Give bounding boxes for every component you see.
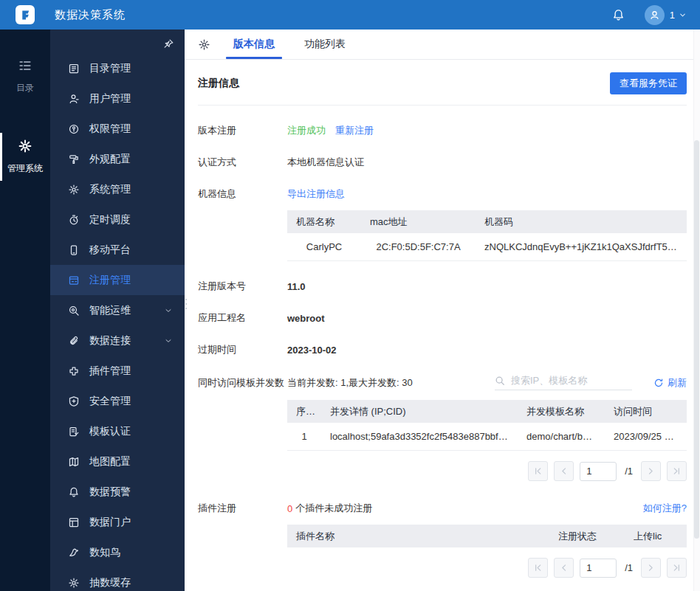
portal-icon — [68, 516, 80, 528]
prev-page-button[interactable] — [554, 461, 574, 481]
field-version-registration: 版本注册 注册成功 重新注册 — [198, 124, 687, 137]
catalog-icon — [68, 63, 80, 75]
sidebar-item-security-mgmt[interactable]: 安全管理 — [50, 386, 185, 416]
sidebar-item-label: 地图配置 — [89, 455, 131, 469]
next-page-button[interactable] — [641, 461, 661, 481]
field-label: 机器信息 — [198, 187, 287, 201]
sidebar-item-label: 注册管理 — [89, 274, 131, 287]
last-page-button[interactable] — [667, 558, 687, 578]
first-page-button[interactable] — [528, 461, 548, 481]
field-label: 过期时间 — [198, 343, 287, 356]
next-page-button[interactable] — [641, 558, 661, 578]
sidebar-item-data-connection[interactable]: 数据连接 — [50, 325, 185, 356]
export-registration-link[interactable]: 导出注册信息 — [287, 187, 345, 201]
plugin-icon — [68, 365, 80, 377]
tab-bar: 版本信息 功能列表 — [185, 30, 700, 60]
sidebar-item-registration-mgmt[interactable]: 注册管理 — [50, 265, 185, 295]
chevron-down-icon — [164, 306, 173, 315]
plugin-fail-text: 个插件未成功注册 — [295, 502, 372, 515]
logo-f-icon — [20, 10, 31, 21]
sidebar-item-appearance-config[interactable]: 外观配置 — [50, 144, 185, 174]
bell-icon[interactable] — [611, 8, 625, 22]
first-page-button[interactable] — [528, 558, 548, 578]
sidebar-item-system-mgmt[interactable]: 系统管理 — [50, 174, 185, 204]
sidebar-menu: 目录管理 用户管理 权限管理 外观配置 系统管理 — [50, 53, 185, 591]
scrollbar-thumb[interactable] — [694, 140, 699, 539]
refresh-link[interactable]: 刷新 — [653, 376, 687, 390]
field-value: webroot — [287, 313, 325, 324]
detail-cell: localhost;59afa3d3352fc2f5483e887bbf951e… — [321, 431, 518, 442]
sidebar-item-map-config[interactable]: 地图配置 — [50, 446, 185, 477]
divider — [198, 105, 687, 106]
sidebar-item-data-cache[interactable]: 抽数缓存 — [50, 567, 185, 591]
map-icon — [68, 456, 80, 468]
sidebar-item-label: 系统管理 — [89, 183, 131, 196]
sidebar-item-mobile-platform[interactable]: 移动平台 — [50, 235, 185, 265]
reregister-link[interactable]: 重新注册 — [335, 124, 374, 137]
topbar: 数据决策系统 1 — [0, 0, 700, 30]
search-input[interactable] — [511, 375, 632, 386]
how-to-register-link[interactable]: 如何注册? — [643, 502, 687, 515]
plugin-table: 插件名称 注册状态 上传lic — [287, 525, 687, 547]
vertical-scrollbar — [693, 30, 700, 591]
page-title: 注册信息 — [198, 77, 239, 90]
nav-rail: 目录 管理系统 — [0, 30, 50, 591]
field-machine-info: 机器信息 导出注册信息 — [198, 187, 687, 201]
column-header: 机器码 — [476, 215, 687, 229]
column-header: 并发详情 (IP;CID) — [321, 405, 518, 418]
sidebar-item-catalog-mgmt[interactable]: 目录管理 — [50, 53, 185, 83]
content: 注册信息 查看服务凭证 版本注册 注册成功 重新注册 认证方式 本地机器信息认证… — [185, 60, 700, 591]
last-page-button[interactable] — [667, 461, 687, 481]
page-total: /1 — [625, 466, 633, 477]
page-input[interactable] — [580, 559, 617, 578]
rail-item-directory[interactable]: 目录 — [0, 55, 50, 98]
field-label: 版本注册 — [198, 124, 287, 137]
sidebar-resize-handle[interactable] — [185, 299, 187, 309]
table-row: 1 localhost;59afa3d3352fc2f5483e887bbf95… — [287, 423, 687, 451]
chevron-left-icon — [559, 563, 569, 573]
column-header: 注册状态 — [549, 530, 625, 543]
sidebar-item-intelligent-ops[interactable]: 智能运维 — [50, 295, 185, 325]
chevron-down-icon[interactable] — [679, 11, 687, 19]
cache-gear-icon — [68, 577, 80, 589]
view-credential-button[interactable]: 查看服务凭证 — [610, 72, 687, 94]
pin-sidebar-button[interactable] — [163, 38, 174, 52]
mobile-icon — [68, 244, 80, 256]
tab-version-info[interactable]: 版本信息 — [224, 30, 284, 59]
chevron-down-icon — [164, 336, 173, 345]
refresh-label: 刷新 — [668, 376, 687, 390]
plugin-fail-count: 0 — [287, 503, 292, 514]
appearance-icon — [68, 153, 80, 165]
sidebar-item-permission-mgmt[interactable]: 权限管理 — [50, 114, 185, 144]
sidebar-item-data-portal[interactable]: 数据门户 — [50, 507, 185, 537]
sidebar-item-scheduler[interactable]: 定时调度 — [50, 204, 185, 235]
concurrency-table: 序号 并发详情 (IP;CID) 并发模板名称 访问时间 1 localhost… — [287, 400, 687, 451]
sidebar-item-user-mgmt[interactable]: 用户管理 — [50, 83, 185, 114]
sidebar-item-shuzhiniao[interactable]: 数知鸟 — [50, 537, 185, 567]
sidebar-item-label: 插件管理 — [89, 364, 131, 378]
search-icon — [495, 376, 505, 386]
sidebar-item-label: 数据连接 — [89, 334, 131, 348]
prev-page-button[interactable] — [554, 558, 574, 578]
sidebar-item-label: 数据门户 — [89, 516, 131, 529]
index-cell: 1 — [287, 431, 321, 442]
sidebar-item-template-cert[interactable]: 模板认证 — [50, 416, 185, 446]
gear-icon — [18, 139, 32, 153]
sidebar-item-data-alert[interactable]: 数据预警 — [50, 477, 185, 507]
sidebar-item-label: 目录管理 — [89, 62, 131, 75]
table-header-row: 机器名称 mac地址 机器码 — [287, 210, 687, 233]
sidebar-item-label: 权限管理 — [89, 122, 131, 136]
avatar[interactable] — [645, 5, 665, 25]
sidebar-item-label: 安全管理 — [89, 395, 131, 408]
rail-item-admin-system[interactable]: 管理系统 — [0, 135, 50, 179]
sidebar-item-plugin-mgmt[interactable]: 插件管理 — [50, 356, 185, 386]
tab-feature-list[interactable]: 功能列表 — [295, 30, 355, 59]
field-expire-time: 过期时间 2023-10-02 — [198, 343, 687, 356]
key-icon — [68, 123, 80, 135]
register-icon — [68, 274, 80, 286]
field-label: 应用工程名 — [198, 311, 287, 325]
sidebar: 目录管理 用户管理 权限管理 外观配置 系统管理 — [50, 30, 185, 591]
main-panel: 版本信息 功能列表 注册信息 查看服务凭证 版本注册 注册成功 重新注册 认证方… — [185, 30, 700, 591]
menu-list-icon — [18, 58, 32, 73]
page-input[interactable] — [580, 462, 617, 481]
